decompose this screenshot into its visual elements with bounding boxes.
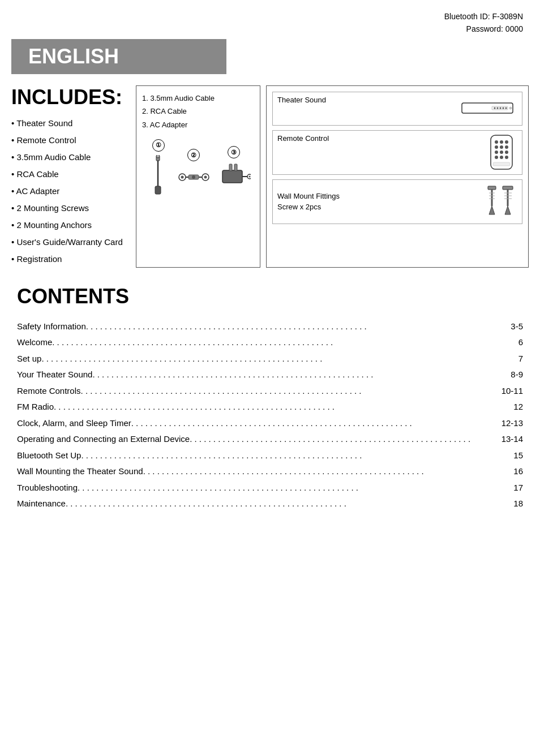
circle-3: ③ <box>228 146 240 158</box>
toc-page-number: 3-5 <box>511 319 523 335</box>
svg-marker-41 <box>489 206 495 214</box>
toc-dots: . . . . . . . . . . . . . . . . . . . . … <box>81 383 502 400</box>
svg-point-30 <box>500 145 503 149</box>
list-item: User's Guide/Warranty Card <box>11 234 130 251</box>
toc-dots: . . . . . . . . . . . . . . . . . . . . … <box>81 448 513 464</box>
svg-point-26 <box>495 140 498 144</box>
toc-entry-label: FM Radio <box>17 399 54 415</box>
audio-cable-icon <box>145 155 171 200</box>
toc-dots: . . . . . . . . . . . . . . . . . . . . … <box>54 399 513 415</box>
screw-label: Screw x 2pcs <box>277 203 340 211</box>
toc-page-number: 10-11 <box>502 383 523 400</box>
list-item: Registration <box>11 251 130 268</box>
svg-point-22 <box>503 108 504 109</box>
svg-rect-39 <box>488 186 496 190</box>
toc-page-number: 18 <box>513 496 523 512</box>
toc-dots: . . . . . . . . . . . . . . . . . . . . … <box>41 351 518 367</box>
toc-entry: Wall Mounting the Theater Sound . . . . … <box>17 463 523 480</box>
svg-point-28 <box>505 140 508 144</box>
svg-rect-13 <box>234 164 237 171</box>
wall-mount-label: Wall Mount Fittings <box>277 192 340 200</box>
svg-point-29 <box>495 145 498 149</box>
header-info: Bluetooth ID: F-3089N Password: 0000 <box>0 0 540 39</box>
ac-adapter-icon <box>217 162 251 193</box>
svg-rect-11 <box>222 170 242 183</box>
circle-2: ② <box>187 149 200 161</box>
diagram-images: ① ② <box>142 136 254 204</box>
toc-page-number: 8-9 <box>511 367 523 383</box>
wall-mount-item: Wall Mount Fittings Screw x 2pcs <box>272 179 522 224</box>
wall-mount-screws-icon <box>483 183 517 220</box>
svg-point-24 <box>509 107 512 109</box>
toc-page-number: 7 <box>518 351 523 367</box>
svg-point-37 <box>505 156 508 159</box>
toc-entry-label: Maintenance <box>17 496 66 512</box>
ac-adapter-diagram: ③ <box>217 146 251 193</box>
bluetooth-id: Bluetooth ID: F-3089N <box>0 10 523 23</box>
svg-point-33 <box>500 151 503 154</box>
svg-point-32 <box>495 151 498 154</box>
list-item: AC Adapter <box>11 183 130 200</box>
english-banner: ENGLISH <box>11 39 226 74</box>
svg-point-21 <box>500 108 502 109</box>
toc-page-number: 15 <box>513 448 523 464</box>
toc-page-number: 12-13 <box>502 415 523 432</box>
list-item: Remote Control <box>11 132 130 149</box>
svg-point-36 <box>500 156 503 159</box>
toc-entry: Your Theater Sound . . . . . . . . . . .… <box>17 367 523 383</box>
theater-sound-item: Theater Sound <box>272 92 522 126</box>
toc-entry-label: Set up <box>17 351 41 367</box>
toc-page-number: 13-14 <box>502 431 523 448</box>
toc-dots: . . . . . . . . . . . . . . . . . . . . … <box>52 334 518 351</box>
password: Password: 0000 <box>0 23 523 35</box>
toc-page-number: 12 <box>513 399 523 415</box>
theater-sound-image <box>461 98 517 118</box>
svg-point-27 <box>500 140 503 144</box>
svg-point-3 <box>156 155 160 158</box>
toc-list: Safety Information . . . . . . . . . . .… <box>17 319 523 512</box>
includes-list: Theater Sound Remote Control 3.5mm Audio… <box>11 115 130 268</box>
toc-entry: Operating and Connecting an External Dev… <box>17 431 523 448</box>
toc-entry: FM Radio . . . . . . . . . . . . . . . .… <box>17 399 523 415</box>
toc-dots: . . . . . . . . . . . . . . . . . . . . … <box>92 367 511 383</box>
svg-rect-38 <box>493 162 510 166</box>
svg-point-8 <box>204 176 207 179</box>
wall-mount-image <box>483 183 517 220</box>
toc-entry-label: Troubleshooting <box>17 480 78 496</box>
list-item: 2 Mounting Anchors <box>11 217 130 234</box>
toc-dots: . . . . . . . . . . . . . . . . . . . . … <box>131 415 502 432</box>
toc-entry: Maintenance . . . . . . . . . . . . . . … <box>17 496 523 512</box>
svg-rect-1 <box>155 186 161 194</box>
remote-control-label: Remote Control <box>277 134 329 143</box>
toc-dots: . . . . . . . . . . . . . . . . . . . . … <box>78 480 513 496</box>
includes-section: INCLUDES: Theater Sound Remote Control 3… <box>11 85 130 268</box>
list-item: 3.5mm Audio Cable <box>11 149 130 166</box>
svg-rect-12 <box>229 164 232 171</box>
toc-dots: . . . . . . . . . . . . . . . . . . . . … <box>66 496 513 512</box>
toc-page-number: 17 <box>513 480 523 496</box>
accessory-item-1: 1. 3.5mm Audio Cable <box>142 92 254 105</box>
toc-page-number: 16 <box>513 463 523 480</box>
theater-sound-device-icon <box>461 98 517 118</box>
toc-entry-label: Safety Information <box>17 319 86 335</box>
svg-point-35 <box>495 156 498 159</box>
toc-entry-label: Remote Controls <box>17 383 81 400</box>
svg-point-10 <box>192 175 195 179</box>
contents-section: CONTENTS Safety Information . . . . . . … <box>0 273 540 523</box>
list-item: 2 Mounting Screws <box>11 200 130 217</box>
remote-control-image <box>486 134 517 171</box>
cable-1-diagram: ① <box>145 139 171 200</box>
svg-point-20 <box>497 108 499 109</box>
main-content: INCLUDES: Theater Sound Remote Control 3… <box>0 74 540 273</box>
products-panel: Theater Sound Remote Contr <box>266 85 529 268</box>
accessories-items-list: 1. 3.5mm Audio Cable 2. RCA Cable 3. AC … <box>142 92 254 131</box>
toc-dots: . . . . . . . . . . . . . . . . . . . . … <box>143 463 514 480</box>
toc-entry-label: Bluetooth Set Up <box>17 448 81 464</box>
remote-control-icon <box>486 134 517 171</box>
toc-entry: Remote Controls . . . . . . . . . . . . … <box>17 383 523 400</box>
svg-marker-47 <box>505 206 511 214</box>
rca-cable-icon <box>178 165 209 190</box>
toc-dots: . . . . . . . . . . . . . . . . . . . . … <box>190 431 501 448</box>
toc-dots: . . . . . . . . . . . . . . . . . . . . … <box>86 319 511 335</box>
toc-entry-label: Your Theater Sound <box>17 367 92 383</box>
